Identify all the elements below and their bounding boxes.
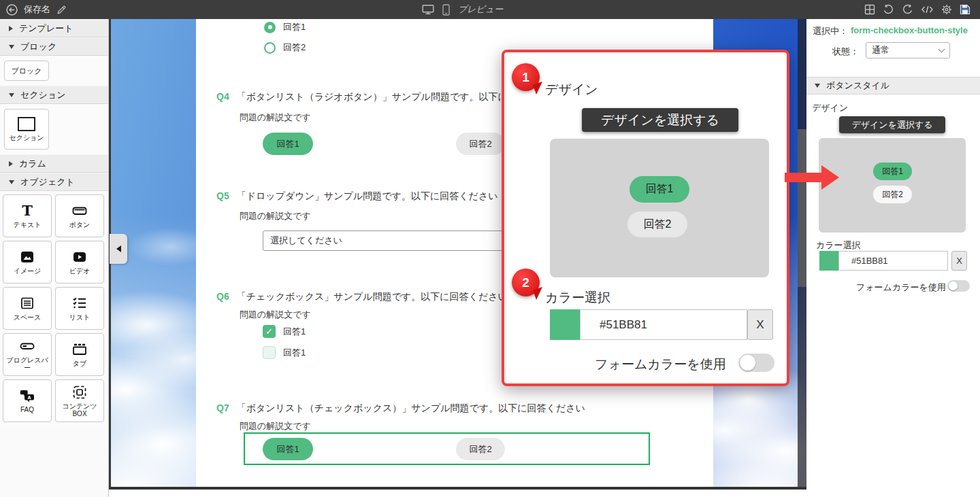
top-bar: 保存名 プレビュー [0,0,980,19]
form-color-toggle[interactable] [738,354,774,372]
object-tool-contentbox[interactable]: コンテンツBOX [55,379,104,422]
object-tool-list[interactable]: リスト [55,287,104,330]
preview-answer-selected: 回答1 [630,176,689,203]
object-tool-tab[interactable]: タブ [55,333,104,376]
preview-answer: 回答2 [627,211,687,237]
checkbox-unchecked-icon[interactable] [263,346,276,359]
object-tool-progressbar[interactable]: プログレスバー [3,333,52,376]
scrollbar-thumb[interactable] [798,129,806,287]
answer-button[interactable]: 回答2 [456,133,505,155]
radio-option[interactable]: 回答1 [264,21,306,33]
color-swatch[interactable] [550,309,580,340]
block-tool-button[interactable]: ブロック [4,61,49,81]
clear-color-button[interactable]: X [747,309,773,340]
toggle-knob [740,355,755,371]
save-icon[interactable] [960,4,970,15]
object-tool-label: スペース [14,313,42,322]
color-value-input[interactable] [838,251,948,271]
faq-icon: A [19,388,35,404]
object-tool-video[interactable]: ビデオ [55,241,104,284]
code-icon[interactable] [921,5,934,14]
answer-button-selected[interactable]: 回答1 [263,438,313,460]
radio-unselected-icon[interactable] [264,42,276,54]
object-tool-text[interactable]: T テキスト [3,194,52,237]
button-style-section-label: ボタンスタイル [826,80,889,92]
undo-icon[interactable] [883,4,894,15]
object-tool-label: イメージ [14,267,42,275]
state-value: 通常 [872,44,889,56]
gear-icon[interactable] [941,4,952,15]
question-text: 「チェックボックス」サンプル問題です。以下に回答ください [237,291,508,303]
pencil-icon[interactable] [56,5,67,15]
question-q5: Q5 「ドロップダウン」サンプル問題です。以下に回答ください [216,190,498,203]
checkbox-option[interactable]: 回答1 [263,346,306,359]
step-number: 2 [522,275,529,290]
radio-selected-icon[interactable] [264,22,276,33]
text-icon: T [19,203,35,219]
section-tool-button[interactable]: セクション [4,109,49,150]
layout-grid-icon[interactable] [864,4,875,15]
select-design-label: デザインを選択する [851,119,932,131]
select-design-button[interactable]: デザインを選択する [839,116,945,133]
desktop-preview-icon[interactable] [422,4,434,15]
answer-button-label: 回答2 [469,443,491,456]
space-icon [19,295,35,311]
object-tool-button[interactable]: ボタン [55,194,104,237]
question-number: Q7 [216,402,229,415]
answer-button[interactable]: 回答2 [456,438,505,460]
clear-color-button[interactable]: X [951,251,967,271]
radio-label: 回答1 [283,21,306,33]
button-icon [71,203,88,219]
question-text: 「ドロップダウン」サンプル問題です。以下に回答ください [237,190,498,203]
object-tool-space[interactable]: スペース [3,287,52,330]
callout-arrow [785,165,840,190]
selected-label: 選択中： [813,25,848,37]
object-tool-label: タブ [73,360,86,368]
preview-answer-label: 回答1 [882,166,903,177]
radio-option[interactable]: 回答2 [264,41,306,54]
color-value-input[interactable] [580,309,747,340]
select-design-button[interactable]: デザインを選択する [582,108,738,132]
object-tool-image[interactable]: イメージ [3,241,52,284]
svg-text:A: A [27,395,31,400]
selected-element-outline[interactable]: 回答1 回答2 [244,432,650,465]
preview-answer: 回答2 [873,186,912,203]
object-tool-faq[interactable]: A FAQ [3,379,52,422]
tab-icon [71,341,88,358]
question-note: 問題の解説文です [240,112,311,124]
design-heading: デザイン [545,81,598,99]
sidebar-section-template[interactable]: テンプレート [0,19,108,37]
form-color-toggle[interactable] [947,280,970,292]
toggle-knob [949,281,958,290]
answer-button-selected[interactable]: 回答1 [263,133,313,155]
list-icon [71,295,88,311]
sidebar-section-object[interactable]: オブジェクト [0,173,108,191]
chevron-down-icon [815,84,820,88]
object-tool-label: ボタン [69,221,91,229]
section-tool-label: セクション [9,134,44,142]
save-name: 保存名 [24,3,50,16]
svg-text:T: T [22,203,33,219]
color-select-heading: カラー選択 [545,289,610,307]
sidebar-section-block[interactable]: ブロック [0,37,108,56]
step-1-badge: 1 [512,63,540,91]
back-arrow-icon[interactable] [6,4,18,16]
mobile-preview-icon[interactable] [442,4,450,16]
sidebar-section-section[interactable]: セクション [0,86,108,104]
color-swatch[interactable] [819,251,838,271]
collapse-sidebar-handle[interactable] [110,234,127,264]
design-preview-area: 回答1 回答2 [819,138,966,233]
left-sidebar: テンプレート ブロック ブロック セクション セクション カラム オブジェクト … [0,19,109,497]
sidebar-section-label: ブロック [20,41,56,53]
answer-button-label: 回答1 [276,138,299,150]
object-tool-label: コンテンツBOX [56,402,103,418]
checkbox-checked-icon[interactable]: ✓ [263,325,276,338]
canvas-scrollbar[interactable] [798,19,806,487]
state-dropdown[interactable]: 通常 [866,42,950,58]
checkbox-option[interactable]: ✓ 回答1 [263,325,306,338]
redo-icon[interactable] [902,4,913,15]
button-style-section-header[interactable]: ボタンスタイル [806,77,980,95]
sidebar-section-column[interactable]: カラム [0,154,108,173]
step-2-badge: 2 [512,269,540,296]
object-tool-label: リスト [69,313,91,322]
